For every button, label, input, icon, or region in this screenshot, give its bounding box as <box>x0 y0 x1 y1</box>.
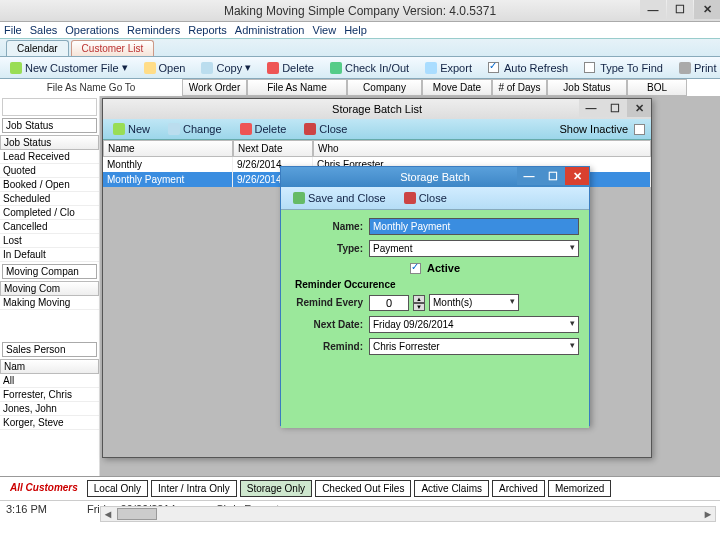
close-button[interactable]: ✕ <box>565 167 589 185</box>
list-item[interactable]: Korger, Steve <box>0 416 99 430</box>
filter-all-customers[interactable]: All Customers <box>4 480 84 497</box>
tabstrip: Calendar Customer List <box>0 39 720 57</box>
close-button[interactable]: Close <box>298 121 353 137</box>
main-toolbar: New Customer File ▾ Open Copy ▾ Delete C… <box>0 57 720 79</box>
remind-label: Remind: <box>291 341 369 352</box>
type-to-find-toggle[interactable]: Type To Find <box>578 60 669 76</box>
menu-administration[interactable]: Administration <box>235 24 305 36</box>
col-num-days[interactable]: # of Days <box>492 79 547 96</box>
moving-company-header[interactable]: Moving Com <box>0 281 99 296</box>
menu-sales[interactable]: Sales <box>30 24 58 36</box>
export-button[interactable]: Export <box>419 60 478 76</box>
remind-select[interactable]: Chris Forrester <box>369 338 579 355</box>
filter-storage-only[interactable]: Storage Only <box>240 480 312 497</box>
spinner-down[interactable]: ▼ <box>413 303 425 311</box>
minimize-button[interactable]: — <box>517 167 541 185</box>
maximize-button[interactable]: ☐ <box>603 99 627 117</box>
filter-active-claims[interactable]: Active Claims <box>414 480 489 497</box>
tab-calendar[interactable]: Calendar <box>6 40 69 56</box>
list-item[interactable]: All <box>0 374 99 388</box>
grid-header: Work Order File As Name Company Move Dat… <box>182 79 720 96</box>
type-select[interactable]: Payment <box>369 240 579 257</box>
edit-icon <box>168 123 180 135</box>
scroll-right-icon[interactable]: ► <box>701 508 715 520</box>
minimize-button[interactable]: — <box>579 99 603 117</box>
list-item[interactable]: Forrester, Chris <box>0 388 99 402</box>
form-body: Name: Monthly Payment Type: Payment Acti… <box>281 210 589 428</box>
active-checkbox[interactable] <box>410 263 421 274</box>
filter-inter-intra[interactable]: Inter / Intra Only <box>151 480 237 497</box>
col-company[interactable]: Company <box>347 79 422 96</box>
list-item[interactable]: Making Moving <box>0 296 99 310</box>
list-item[interactable]: Quoted <box>0 164 99 178</box>
tab-customer-list[interactable]: Customer List <box>71 40 155 56</box>
scroll-thumb[interactable] <box>117 508 157 520</box>
list-item[interactable]: Booked / Open <box>0 178 99 192</box>
sales-person-header[interactable]: Nam <box>0 359 99 374</box>
horizontal-scrollbar[interactable]: ◄ ► <box>100 506 716 522</box>
name-input[interactable]: Monthly Payment <box>369 218 579 235</box>
col-next-date[interactable]: Next Date <box>233 140 313 157</box>
delete-button[interactable]: Delete <box>261 60 320 76</box>
check-in-out-button[interactable]: Check In/Out <box>324 60 415 76</box>
next-date-label: Next Date: <box>291 319 369 330</box>
footer-filters: All Customers Local Only Inter / Intra O… <box>0 476 720 500</box>
menu-view[interactable]: View <box>313 24 337 36</box>
col-who[interactable]: Who <box>313 140 651 157</box>
new-icon <box>113 123 125 135</box>
menu-help[interactable]: Help <box>344 24 367 36</box>
save-icon <box>293 192 305 204</box>
sales-person-section: Sales Person <box>2 342 97 357</box>
close-button[interactable]: Close <box>398 190 453 206</box>
col-file-as[interactable]: File As Name <box>247 79 347 96</box>
list-item[interactable]: Scheduled <box>0 192 99 206</box>
remind-every-input[interactable]: 0 <box>369 295 409 311</box>
list-item[interactable]: Lost <box>0 234 99 248</box>
list-item[interactable]: Jones, John <box>0 402 99 416</box>
list-item[interactable]: Completed / Clo <box>0 206 99 220</box>
list-item[interactable]: Lead Received <box>0 150 99 164</box>
col-name[interactable]: Name <box>103 140 233 157</box>
file-as-goto-label: File As Name Go To <box>0 79 182 96</box>
auto-refresh-toggle[interactable]: Auto Refresh <box>482 60 574 76</box>
scroll-left-icon[interactable]: ◄ <box>101 508 115 520</box>
col-job-status[interactable]: Job Status <box>547 79 627 96</box>
change-button[interactable]: Change <box>162 121 228 137</box>
menu-reminders[interactable]: Reminders <box>127 24 180 36</box>
filter-checked-out[interactable]: Checked Out Files <box>315 480 411 497</box>
print-list-button[interactable]: Print List <box>673 60 720 76</box>
filter-memorized[interactable]: Memorized <box>548 480 611 497</box>
filter-archived[interactable]: Archived <box>492 480 545 497</box>
close-button[interactable]: ✕ <box>694 0 720 19</box>
checkbox-icon <box>584 62 595 73</box>
remind-unit-select[interactable]: Month(s) <box>429 294 519 311</box>
filter-local-only[interactable]: Local Only <box>87 480 148 497</box>
show-inactive-checkbox[interactable] <box>634 124 645 135</box>
maximize-button[interactable]: ☐ <box>541 167 565 185</box>
spinner-up[interactable]: ▲ <box>413 295 425 303</box>
next-date-input[interactable]: Friday 09/26/2014 <box>369 316 579 333</box>
window-titlebar: Storage Batch — ☐ ✕ <box>281 167 589 187</box>
close-button[interactable]: ✕ <box>627 99 651 117</box>
job-status-header[interactable]: Job Status <box>0 135 99 150</box>
col-move-date[interactable]: Move Date <box>422 79 492 96</box>
close-icon <box>404 192 416 204</box>
goto-input[interactable] <box>2 98 97 116</box>
maximize-button[interactable]: ☐ <box>667 0 693 19</box>
close-icon <box>304 123 316 135</box>
menu-reports[interactable]: Reports <box>188 24 227 36</box>
open-button[interactable]: Open <box>138 60 192 76</box>
new-button[interactable]: New <box>107 121 156 137</box>
menu-operations[interactable]: Operations <box>65 24 119 36</box>
list-item[interactable]: Cancelled <box>0 220 99 234</box>
minimize-button[interactable]: — <box>640 0 666 19</box>
new-customer-file-button[interactable]: New Customer File ▾ <box>4 59 134 76</box>
delete-button[interactable]: Delete <box>234 121 293 137</box>
col-bol[interactable]: BOL <box>627 79 687 96</box>
window-title: Storage Batch List <box>332 103 422 115</box>
col-work-order[interactable]: Work Order <box>182 79 247 96</box>
menu-file[interactable]: File <box>4 24 22 36</box>
copy-button[interactable]: Copy ▾ <box>195 59 257 76</box>
list-item[interactable]: In Default <box>0 248 99 262</box>
save-and-close-button[interactable]: Save and Close <box>287 190 392 206</box>
